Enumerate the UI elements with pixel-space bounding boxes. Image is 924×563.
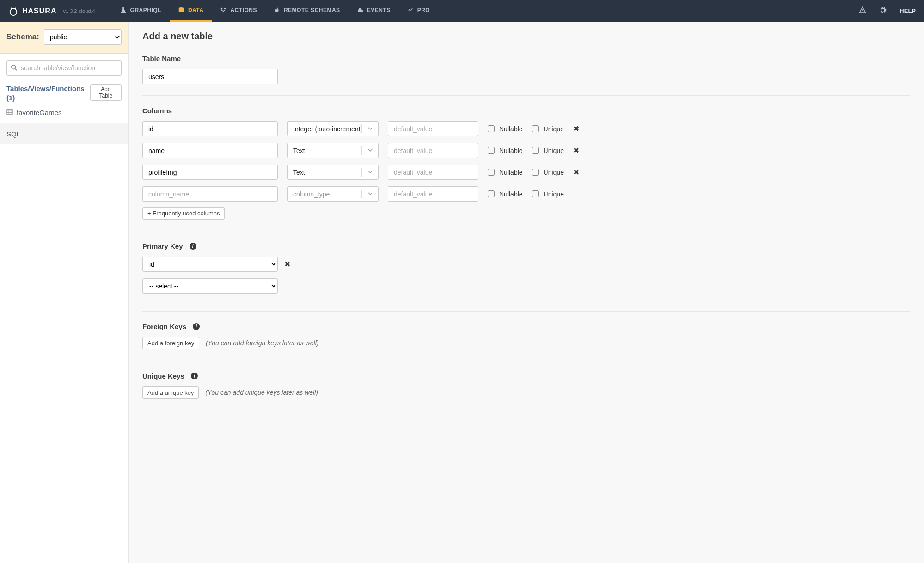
search-wrap	[6, 60, 122, 76]
main-content: Add a new table Table Name Columns Integ…	[129, 22, 924, 563]
nav-item-label: ACTIONS	[230, 7, 257, 13]
schema-label: Schema:	[6, 32, 39, 42]
alert-icon[interactable]	[859, 6, 866, 15]
info-icon[interactable]: i	[193, 323, 200, 330]
unique-label: Unique	[544, 169, 564, 176]
remove-pk-icon[interactable]: ✖	[284, 260, 290, 269]
unique-checkbox[interactable]	[532, 169, 539, 176]
nullable-checkbox[interactable]	[488, 190, 495, 197]
nav-item-label: EVENTS	[367, 7, 391, 13]
section-foreign-keys: Foreign Keys i Add a foreign key (You ca…	[142, 323, 910, 361]
section-table-name: Table Name	[142, 55, 910, 96]
unique-group: Unique	[532, 147, 564, 154]
table-name-label: Table Name	[142, 55, 910, 62]
primary-key-select[interactable]: id	[142, 257, 278, 272]
unique-key-row: Add a unique key (You can add unique key…	[142, 386, 910, 399]
sidebar-heading-row: Tables/Views/Functions (1) Add Table	[6, 84, 122, 102]
frequently-used-columns-button[interactable]: + Frequently used columns	[142, 207, 225, 220]
unique-label: Unique	[544, 147, 564, 154]
nullable-label: Nullable	[499, 125, 523, 133]
layout: Schema: public Tables/Views/Functions (1…	[0, 22, 924, 563]
nav-events[interactable]: EVENTS	[349, 0, 399, 22]
brand[interactable]: HASURA v1.3.2-cloud.4	[8, 6, 95, 16]
columns-label: Columns	[142, 107, 910, 115]
add-table-button[interactable]: Add Table	[90, 84, 122, 101]
column-default-input[interactable]	[388, 121, 478, 136]
plug-icon	[274, 7, 280, 13]
column-row: Text Nullable Uni	[142, 165, 910, 180]
unique-group: Unique	[532, 125, 564, 133]
help-link[interactable]: HELP	[900, 7, 916, 14]
svg-point-4	[223, 11, 225, 13]
nav-item-label: DATA	[188, 7, 204, 13]
nullable-group: Nullable	[488, 147, 523, 154]
top-nav: HASURA v1.3.2-cloud.4 GRAPHIQL DATA ACTI…	[0, 0, 924, 22]
nav-pro[interactable]: PRO	[399, 0, 439, 22]
nullable-group: Nullable	[488, 190, 523, 198]
column-default-wrap	[388, 143, 478, 158]
actions-icon	[220, 7, 226, 13]
column-name-input[interactable]	[142, 186, 278, 202]
info-icon[interactable]: i	[190, 243, 196, 250]
database-icon	[178, 7, 184, 13]
column-default-input[interactable]	[388, 186, 478, 202]
column-default-input[interactable]	[388, 165, 478, 180]
cloud-icon	[357, 7, 363, 13]
table-name-input[interactable]	[142, 69, 278, 84]
nav-remote-schemas[interactable]: REMOTE SCHEMAS	[265, 0, 349, 22]
unique-label: Unique	[544, 125, 564, 133]
topnav-right: HELP	[859, 6, 916, 15]
nav-actions[interactable]: ACTIONS	[212, 0, 265, 22]
nullable-checkbox[interactable]	[488, 125, 495, 132]
table-name: favoriteGames	[17, 109, 62, 116]
unique-group: Unique	[532, 169, 564, 176]
section-columns: Columns Integer (auto-increment)	[142, 107, 910, 231]
column-name-input[interactable]	[142, 121, 278, 136]
svg-point-0	[10, 8, 17, 15]
sidebar-table-item[interactable]: favoriteGames	[6, 109, 122, 116]
column-name-input[interactable]	[142, 143, 278, 158]
svg-point-5	[12, 65, 16, 69]
unique-checkbox[interactable]	[532, 147, 539, 154]
primary-key-select[interactable]: -- select --	[142, 278, 278, 294]
nav-graphiql[interactable]: GRAPHIQL	[112, 0, 170, 22]
remove-column-icon[interactable]: ✖	[573, 146, 579, 155]
sql-link[interactable]: SQL	[0, 123, 128, 144]
unique-checkbox[interactable]	[532, 190, 539, 197]
schema-select[interactable]: public	[44, 29, 122, 45]
nav-data[interactable]: DATA	[170, 0, 212, 22]
nullable-label: Nullable	[499, 147, 523, 154]
section-primary-key: Primary Key i id ✖ -- select --	[142, 242, 910, 312]
chevron-down-icon	[367, 190, 373, 198]
unique-checkbox[interactable]	[532, 125, 539, 132]
column-default-wrap	[388, 165, 478, 180]
remove-column-icon[interactable]: ✖	[573, 124, 579, 133]
schema-bar: Schema: public	[0, 22, 128, 54]
chevron-down-icon	[367, 169, 373, 176]
column-row: Text Nullable Uni	[142, 143, 910, 158]
add-foreign-key-button[interactable]: Add a foreign key	[142, 337, 199, 349]
column-type-select[interactable]: Text	[287, 143, 379, 158]
unique-keys-label: Unique Keys i	[142, 372, 910, 380]
brand-version: v1.3.2-cloud.4	[63, 8, 95, 14]
column-default-wrap	[388, 121, 478, 136]
table-icon	[6, 109, 13, 116]
page-title: Add a new table	[142, 31, 910, 42]
nullable-checkbox[interactable]	[488, 169, 495, 176]
remove-column-icon[interactable]: ✖	[573, 168, 579, 177]
nullable-checkbox[interactable]	[488, 147, 495, 154]
primary-key-row: id ✖	[142, 257, 910, 272]
column-type-select[interactable]: Integer (auto-increment)	[287, 121, 379, 136]
gear-icon[interactable]	[879, 6, 887, 15]
add-unique-key-button[interactable]: Add a unique key	[142, 386, 199, 399]
column-type-select[interactable]: column_type	[287, 186, 379, 202]
flask-icon	[120, 7, 127, 13]
column-type-select[interactable]: Text	[287, 165, 379, 180]
column-default-input[interactable]	[388, 143, 478, 158]
info-icon[interactable]: i	[191, 373, 198, 379]
chevron-down-icon	[367, 125, 373, 133]
column-row: column_type Nullable	[142, 186, 910, 202]
search-input[interactable]	[6, 60, 122, 76]
nullable-group: Nullable	[488, 169, 523, 176]
column-name-input[interactable]	[142, 165, 278, 180]
